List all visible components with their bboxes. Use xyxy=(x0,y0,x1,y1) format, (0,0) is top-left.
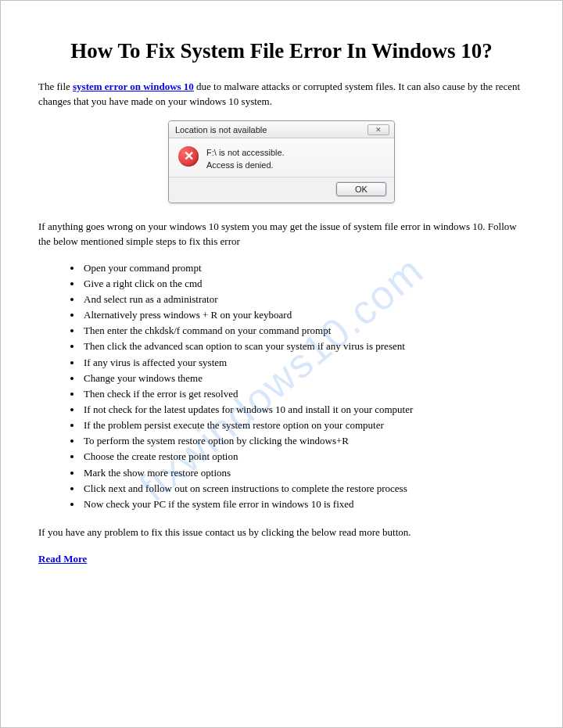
list-item: Mark the show more restore options xyxy=(82,465,525,481)
dialog-body: ✕ F:\ is not accessible. Access is denie… xyxy=(169,138,394,177)
list-item: Then check if the error is get resolved xyxy=(82,386,525,402)
dialog-title: Location is not available xyxy=(175,125,267,134)
list-item: Then enter the chkdsk/f command on your … xyxy=(82,323,525,339)
read-more-link[interactable]: Read More xyxy=(38,553,87,565)
list-item: Choose the create restore point option xyxy=(82,449,525,464)
list-item: Alternatively press windows + R on your … xyxy=(82,307,525,323)
dialog-message: F:\ is not accessible. Access is denied. xyxy=(206,146,285,172)
error-icon: ✕ xyxy=(178,146,199,167)
intro-paragraph: The file system error on windows 10 due … xyxy=(38,79,525,109)
list-item: To perform the system restore option by … xyxy=(82,433,525,449)
list-item: Then click the advanced scan option to s… xyxy=(82,339,525,354)
page-title: How To Fix System File Error In Windows … xyxy=(38,38,525,65)
list-item: If any virus is affected your system xyxy=(82,355,525,371)
close-icon: ✕ xyxy=(368,124,389,135)
paragraph-2: If anything goes wrong on your windows 1… xyxy=(38,219,525,249)
dialog-line2: Access is denied. xyxy=(206,159,285,172)
outro-paragraph: If you have any problem to fix this issu… xyxy=(38,525,525,540)
error-dialog: Location is not available ✕ ✕ F:\ is not… xyxy=(168,120,395,203)
list-item: Change your windows theme xyxy=(82,371,525,386)
intro-text-pre: The file xyxy=(38,81,73,92)
ok-button: OK xyxy=(336,182,386,196)
system-error-link[interactable]: system error on windows 10 xyxy=(73,81,194,92)
dialog-titlebar: Location is not available ✕ xyxy=(169,121,394,138)
dialog-line1: F:\ is not accessible. xyxy=(206,146,285,160)
dialog-screenshot: Location is not available ✕ ✕ F:\ is not… xyxy=(38,120,525,203)
steps-list: Open your command prompt Give a right cl… xyxy=(82,260,525,512)
list-item: If the problem persist execute the syste… xyxy=(82,418,525,433)
list-item: Click next and follow out on screen inst… xyxy=(82,481,525,497)
list-item: And select run as a administrator xyxy=(82,292,525,307)
list-item: Now check your PC if the system file err… xyxy=(82,497,525,512)
list-item: Open your command prompt xyxy=(82,260,525,276)
list-item: If not check for the latest updates for … xyxy=(82,402,525,418)
document-page: fixwindows10.com How To Fix System File … xyxy=(0,0,563,728)
list-item: Give a right click on the cmd xyxy=(82,276,525,292)
dialog-footer: OK xyxy=(169,177,394,203)
